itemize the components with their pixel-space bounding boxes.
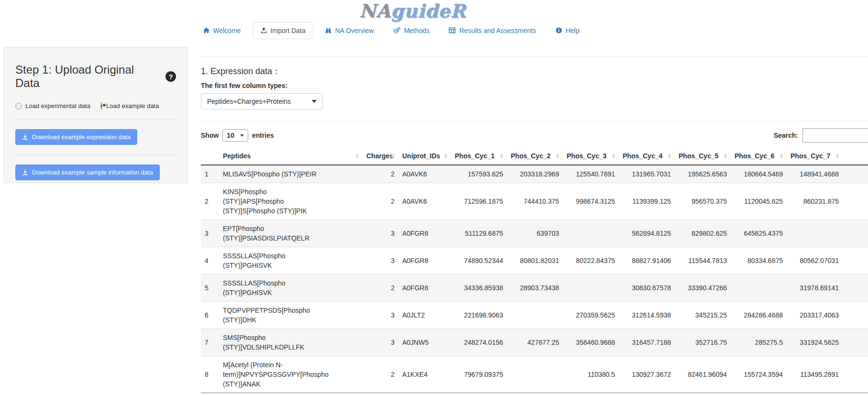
tab-help[interactable]: Help [548, 22, 587, 39]
column-header-phos_cyc_5[interactable]: Phos_Cyc_5 [675, 147, 731, 165]
table-body: 1MLISAVS[Phospho (STY)]PEIR2A0AVK6157593… [201, 165, 868, 393]
column-header-phos_cyc_4[interactable]: Phos_Cyc_4 [619, 147, 675, 165]
cell-phos_cyc_7: 80562.07031 [787, 247, 843, 274]
sort-icon [780, 154, 783, 158]
column-header-phos_cyc_3[interactable]: Phos_Cyc_3 [563, 147, 619, 165]
cell-peptide: KINS[Phospho (STY)]APS[Phospho (STY)]S[P… [219, 183, 363, 220]
upload-panel: Step 1: Upload Original Data Load experi… [3, 47, 188, 183]
column-types-label: The first few column types: [201, 82, 868, 89]
sort-asc-icon [835, 154, 839, 155]
cell-charges: 2 [363, 183, 398, 220]
cell-phos_cyc_6: 155724.3594 [731, 356, 787, 393]
sort-icon [668, 154, 671, 158]
import-data-content: 1. Expression data： The first few column… [201, 48, 868, 393]
column-header-phos_cyc_2[interactable]: Phos_Cyc_2 [507, 147, 563, 165]
radio-load-example[interactable]: Load example data [100, 102, 159, 110]
cell-phos_cyc_4: 130927.3672 [619, 356, 675, 393]
cell-row-index: 7 [201, 329, 219, 356]
cell-charges: 2 [363, 356, 398, 393]
cell-phos_cyc_3: 358460.9688 [563, 329, 619, 356]
cell-phos_cyc_6: 284286.4688 [731, 302, 787, 329]
tab-welcome[interactable]: Welcome [195, 22, 249, 39]
cell-phos_cyc_7: 113495.2891 [787, 356, 843, 393]
column-header-label: Phos_Cyc_3 [567, 152, 606, 160]
info-circle-icon [555, 27, 562, 34]
main-nav: Welcome Import Data NA Overview Methods … [0, 22, 825, 39]
table-row: 6TQDPVPPETPSDS[Phospho (STY)]DHK3A0JLT22… [201, 302, 868, 329]
table-row: 4SSSSLLAS[Phospho (STY)]PGHISVK3A0FGR874… [201, 247, 868, 274]
cell-phos_cyc_2 [507, 356, 563, 393]
download-expression-label: Download example expression data [32, 133, 131, 141]
tab-na-overview[interactable]: NA Overview [317, 22, 382, 39]
cell-phos_cyc_1: 74890.52344 [451, 247, 507, 274]
radio-circle-selected[interactable] [101, 102, 102, 110]
sort-desc-icon [612, 156, 615, 158]
radio-focus-ring [100, 105, 103, 107]
cell-peptide: SMS[Phospho (STY)]VDLSHIPLKDPLLFK [219, 329, 363, 356]
cell-phos_cyc_2: 80801.82031 [507, 247, 563, 274]
column-header-phos_cyc_7[interactable]: Phos_Cyc_7 [787, 147, 843, 165]
cell-phos_cyc_4: 131965.7031 [619, 165, 675, 183]
cell-phos_cyc_5: 956570.375 [675, 183, 731, 220]
cell-uniprot-id: A0FGR8 [398, 220, 451, 247]
cell-phos_cyc_4: 88827.91406 [619, 247, 675, 274]
column-header-label: Phos_Cyc_4 [623, 152, 662, 160]
column-header-charges[interactable]: Charges [363, 147, 398, 165]
table-icon [449, 27, 456, 34]
sort-icon [724, 154, 727, 158]
sort-asc-icon [391, 154, 395, 155]
radio-label: Load example data [106, 102, 159, 110]
column-header-label: Phos_Cyc_1 [455, 152, 494, 160]
cell-filler [843, 302, 868, 329]
cell-row-index: 4 [201, 247, 219, 274]
cell-peptide: EPT[Phospho (STY)]PSIASDISLPIATQELR [219, 220, 363, 247]
upload-icon [260, 27, 267, 34]
column-header-phos_cyc_6[interactable]: Phos_Cyc_6 [731, 147, 787, 165]
sort-asc-icon [668, 154, 671, 155]
column-types-select[interactable]: Peptides+Charges+Proteins [201, 93, 323, 110]
table-row: 5SSSSLLAS[Phospho (STY)]PGHISVK2A0FGR834… [201, 274, 868, 302]
table-row: 7SMS[Phospho (STY)]VDLSHIPLKDPLLFK3A0JNW… [201, 329, 868, 356]
cell-charges: 2 [363, 165, 398, 183]
column-header-phos_cyc_1[interactable]: Phos_Cyc_1 [451, 147, 507, 165]
download-expression-button[interactable]: Download example expression data [15, 129, 137, 145]
column-header-filler [843, 147, 868, 165]
radio-circle[interactable] [15, 103, 22, 110]
logo-na: NA [359, 0, 391, 22]
cell-phos_cyc_1: 248274.0156 [451, 329, 507, 356]
cell-row-index: 2 [201, 183, 219, 220]
divider [15, 154, 176, 155]
sort-desc-icon [556, 156, 560, 158]
column-header-uniprot_ids[interactable]: Uniprot_IDs [398, 147, 451, 165]
sort-asc-icon [556, 154, 560, 155]
cell-peptide: SSSSLLAS[Phospho (STY)]PGHISVK [219, 247, 363, 274]
sort-asc-icon [355, 154, 359, 155]
divider [201, 121, 868, 121]
download-sample-info-button[interactable]: Download example sample information data [15, 165, 160, 180]
tab-import-data[interactable]: Import Data [253, 22, 313, 39]
tab-label: Results and Assessments [459, 27, 536, 34]
tab-label: Import Data [271, 27, 306, 34]
sort-icon [612, 154, 615, 158]
tab-label: NA Overview [335, 27, 374, 34]
radio-load-experimental[interactable]: Load experimental data [15, 102, 90, 110]
cell-phos_cyc_6: 180664.5469 [731, 165, 787, 183]
search-input[interactable] [802, 128, 868, 143]
panel-title-row: Step 1: Upload Original Data [15, 63, 176, 90]
question-circle-icon[interactable] [165, 71, 176, 82]
cell-phos_cyc_2: 744410.375 [507, 183, 563, 220]
tab-label: Help [566, 27, 580, 34]
sort-asc-icon [780, 154, 783, 155]
cell-phos_cyc_2: 427877.25 [507, 329, 563, 356]
cell-uniprot-id: A0AVK6 [398, 165, 451, 183]
tab-results-assessments[interactable]: Results and Assessments [441, 22, 543, 39]
column-header-peptides[interactable]: Peptides [219, 147, 363, 165]
tab-label: Welcome [213, 27, 241, 34]
cell-phos_cyc_3: 998674.3125 [563, 183, 619, 220]
cell-peptide: TQDPVPPETPSDS[Phospho (STY)]DHK [219, 302, 363, 329]
home-icon [203, 27, 210, 34]
tab-methods[interactable]: Methods [385, 22, 438, 39]
cell-phos_cyc_7: 331924.5625 [787, 329, 843, 356]
entries-select[interactable]: 10 [222, 129, 248, 142]
cell-phos_cyc_7: 148941.4688 [787, 165, 843, 183]
